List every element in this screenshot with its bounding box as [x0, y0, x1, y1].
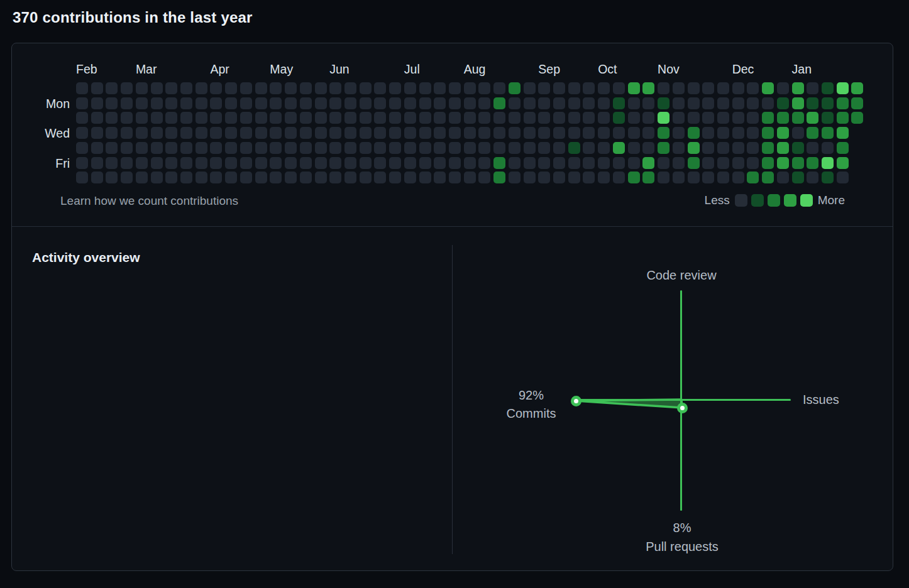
- contribution-cell[interactable]: [285, 112, 297, 124]
- contribution-cell[interactable]: [553, 112, 565, 124]
- contribution-cell[interactable]: [702, 142, 714, 154]
- contribution-cell[interactable]: [106, 97, 118, 109]
- contribution-cell[interactable]: [196, 112, 207, 124]
- contribution-cell[interactable]: [360, 82, 372, 94]
- contribution-cell[interactable]: [524, 157, 536, 169]
- contribution-cell[interactable]: [509, 112, 521, 124]
- contribution-cell[interactable]: [822, 97, 834, 109]
- contribution-cell[interactable]: [538, 142, 550, 154]
- contribution-cell[interactable]: [658, 82, 669, 94]
- contribution-cell[interactable]: [315, 97, 327, 109]
- contribution-cell[interactable]: [583, 82, 595, 94]
- contribution-cell[interactable]: [524, 142, 536, 154]
- contribution-cell[interactable]: [493, 157, 505, 169]
- contribution-cell[interactable]: [509, 157, 521, 169]
- contribution-cell[interactable]: [538, 112, 550, 124]
- contribution-cell[interactable]: [583, 142, 595, 154]
- contribution-cell[interactable]: [344, 157, 356, 169]
- contribution-cell[interactable]: [374, 82, 386, 94]
- contribution-cell[interactable]: [688, 82, 700, 94]
- contribution-cell[interactable]: [270, 172, 282, 183]
- contribution-cell[interactable]: [360, 97, 372, 109]
- contribution-cell[interactable]: [285, 97, 297, 109]
- contribution-cell[interactable]: [136, 157, 148, 169]
- contribution-cell[interactable]: [478, 157, 490, 169]
- contribution-cell[interactable]: [658, 112, 669, 124]
- contribution-cell[interactable]: [837, 112, 849, 124]
- contribution-cell[interactable]: [434, 172, 446, 183]
- contribution-cell[interactable]: [225, 172, 237, 183]
- contribution-cell[interactable]: [628, 142, 640, 154]
- contribution-cell[interactable]: [747, 127, 759, 139]
- contribution-cell[interactable]: [344, 127, 356, 139]
- contribution-cell[interactable]: [91, 172, 103, 183]
- contribution-cell[interactable]: [642, 97, 654, 109]
- contribution-cell[interactable]: [91, 82, 103, 94]
- contribution-cell[interactable]: [509, 127, 521, 139]
- contribution-cell[interactable]: [434, 157, 446, 169]
- contribution-cell[interactable]: [196, 157, 207, 169]
- contribution-cell[interactable]: [702, 157, 714, 169]
- contribution-cell[interactable]: [329, 127, 341, 139]
- contribution-cell[interactable]: [434, 127, 446, 139]
- contribution-cell[interactable]: [76, 142, 88, 154]
- contribution-cell[interactable]: [404, 142, 416, 154]
- pull-requests-data-point[interactable]: [677, 403, 688, 413]
- contribution-cell[interactable]: [688, 142, 700, 154]
- contribution-cell[interactable]: [568, 127, 580, 139]
- contribution-cell[interactable]: [434, 82, 446, 94]
- contribution-cell[interactable]: [374, 127, 386, 139]
- contribution-cell[interactable]: [807, 112, 818, 124]
- contribution-cell[interactable]: [389, 82, 401, 94]
- contribution-cell[interactable]: [807, 172, 818, 183]
- contribution-cell[interactable]: [315, 172, 327, 183]
- contribution-cell[interactable]: [180, 112, 192, 124]
- contribution-cell[interactable]: [464, 112, 476, 124]
- contribution-cell[interactable]: [360, 127, 372, 139]
- contribution-cell[interactable]: [180, 157, 192, 169]
- contribution-cell[interactable]: [747, 142, 759, 154]
- contribution-cell[interactable]: [196, 82, 207, 94]
- contribution-cell[interactable]: [732, 127, 744, 139]
- contribution-cell[interactable]: [151, 142, 163, 154]
- contribution-cell[interactable]: [106, 157, 118, 169]
- contribution-cell[interactable]: [538, 172, 550, 183]
- contribution-cell[interactable]: [404, 157, 416, 169]
- contribution-cell[interactable]: [688, 97, 700, 109]
- contribution-cell[interactable]: [822, 112, 834, 124]
- contribution-cell[interactable]: [673, 142, 685, 154]
- contribution-cell[interactable]: [524, 112, 536, 124]
- contribution-cell[interactable]: [389, 172, 401, 183]
- contribution-cell[interactable]: [76, 172, 88, 183]
- contribution-cell[interactable]: [464, 127, 476, 139]
- contribution-cell[interactable]: [389, 157, 401, 169]
- contribution-cell[interactable]: [91, 157, 103, 169]
- contribution-cell[interactable]: [688, 157, 700, 169]
- contribution-cell[interactable]: [851, 82, 863, 94]
- contribution-cell[interactable]: [210, 142, 222, 154]
- contribution-cell[interactable]: [404, 127, 416, 139]
- contribution-cell[interactable]: [180, 127, 192, 139]
- contribution-cell[interactable]: [642, 112, 654, 124]
- contribution-cell[interactable]: [404, 97, 416, 109]
- contribution-cell[interactable]: [717, 127, 729, 139]
- contribution-cell[interactable]: [553, 157, 565, 169]
- contribution-cell[interactable]: [613, 97, 625, 109]
- contribution-cell[interactable]: [628, 127, 640, 139]
- contribution-cell[interactable]: [762, 157, 774, 169]
- contribution-cell[interactable]: [732, 157, 744, 169]
- contribution-cell[interactable]: [91, 112, 103, 124]
- contribution-cell[interactable]: [121, 82, 133, 94]
- contribution-cell[interactable]: [777, 142, 789, 154]
- contribution-cell[interactable]: [538, 82, 550, 94]
- contribution-cell[interactable]: [151, 112, 163, 124]
- contribution-cell[interactable]: [165, 97, 177, 109]
- contribution-cell[interactable]: [747, 172, 759, 183]
- contribution-cell[interactable]: [598, 172, 610, 183]
- contribution-cell[interactable]: [478, 172, 490, 183]
- contribution-cell[interactable]: [270, 97, 282, 109]
- contribution-cell[interactable]: [106, 127, 118, 139]
- contribution-cell[interactable]: [344, 172, 356, 183]
- contribution-cell[interactable]: [434, 142, 446, 154]
- contribution-cell[interactable]: [210, 172, 222, 183]
